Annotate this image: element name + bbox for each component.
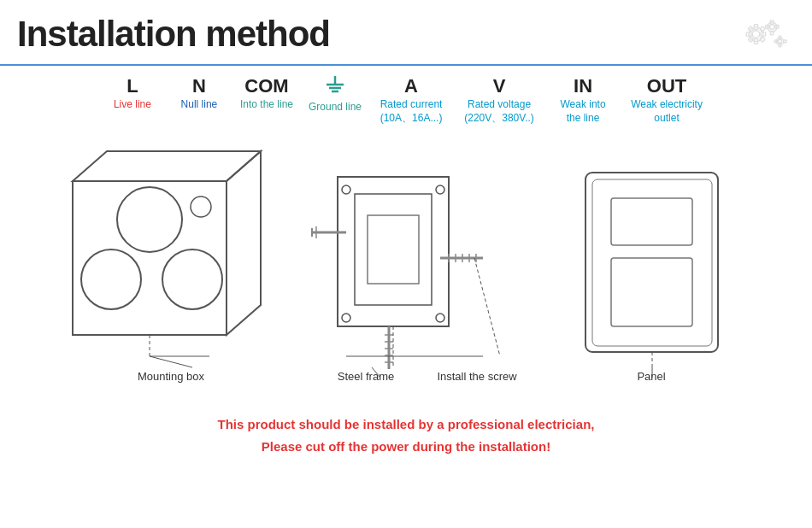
svg-rect-62 bbox=[592, 179, 712, 346]
svg-rect-63 bbox=[611, 198, 692, 245]
svg-point-1 bbox=[752, 31, 759, 38]
label-com: Into the line bbox=[240, 98, 293, 112]
svg-point-32 bbox=[191, 197, 211, 217]
legend-item-v: V Rated voltage(220V、380V..) bbox=[461, 76, 538, 125]
svg-rect-26 bbox=[73, 181, 227, 335]
symbol-v: V bbox=[493, 76, 506, 97]
svg-marker-28 bbox=[227, 151, 261, 335]
svg-rect-21 bbox=[784, 40, 787, 43]
symbol-com: COM bbox=[244, 76, 288, 97]
svg-text:Install the screw: Install the screw bbox=[437, 370, 517, 383]
svg-rect-36 bbox=[355, 194, 432, 305]
legend-section: L Live line N Null line COM Into the lin… bbox=[0, 66, 812, 130]
label-in: Weak intothe line bbox=[560, 98, 605, 125]
legend-item-a: A Rated current(10A、16A...) bbox=[377, 76, 445, 125]
legend-item-ground: Ground line bbox=[309, 76, 362, 114]
legend-item-out: OUT Weak electricityoutlet bbox=[628, 76, 705, 125]
installation-diagram: Mounting box Steel frame Install the scr… bbox=[21, 130, 791, 403]
legend-item-com: COM Into the line bbox=[240, 76, 293, 112]
svg-text:Steel frame: Steel frame bbox=[338, 370, 394, 383]
svg-point-40 bbox=[342, 314, 350, 322]
label-ground: Ground line bbox=[309, 101, 362, 114]
legend-item-l: L Live line bbox=[107, 76, 158, 112]
svg-point-38 bbox=[342, 185, 350, 194]
diagram-section: Mounting box Steel frame Install the scr… bbox=[0, 130, 812, 403]
warning-section: This product should be installed by a pr… bbox=[0, 403, 812, 457]
svg-point-41 bbox=[436, 314, 444, 322]
label-a: Rated current(10A、16A...) bbox=[380, 98, 443, 125]
svg-point-31 bbox=[162, 249, 222, 309]
warning-line-1: This product should be installed by a pr… bbox=[0, 414, 812, 436]
header: Installation method bbox=[0, 0, 812, 66]
svg-line-66 bbox=[150, 356, 192, 367]
warning-line-2: Please cut off the power during the inst… bbox=[0, 436, 812, 458]
svg-rect-37 bbox=[368, 215, 419, 284]
svg-point-29 bbox=[117, 187, 182, 252]
svg-line-60 bbox=[474, 258, 500, 356]
svg-text:Mounting box: Mounting box bbox=[138, 370, 205, 383]
label-l: Live line bbox=[114, 98, 151, 112]
svg-point-30 bbox=[81, 249, 141, 309]
legend-item-n: N Null line bbox=[174, 76, 225, 112]
label-v: Rated voltage(220V、380V..) bbox=[464, 98, 534, 125]
symbol-l: L bbox=[127, 76, 138, 97]
page-title: Installation method bbox=[17, 14, 330, 55]
gear-icon bbox=[735, 9, 795, 60]
symbol-n: N bbox=[192, 76, 206, 97]
svg-rect-9 bbox=[760, 37, 765, 42]
svg-point-11 bbox=[770, 25, 775, 30]
symbol-out: OUT bbox=[647, 76, 686, 97]
label-out: Weak electricityoutlet bbox=[631, 98, 703, 125]
svg-rect-61 bbox=[585, 173, 718, 352]
svg-rect-13 bbox=[770, 32, 774, 35]
symbol-in: IN bbox=[574, 76, 592, 97]
symbol-a: A bbox=[404, 76, 418, 97]
legend-item-in: IN Weak intothe line bbox=[553, 76, 613, 125]
svg-text:Panel: Panel bbox=[637, 370, 665, 383]
label-n: Null line bbox=[181, 98, 218, 112]
svg-point-39 bbox=[436, 185, 444, 194]
svg-rect-7 bbox=[760, 26, 765, 32]
svg-point-17 bbox=[778, 39, 781, 43]
svg-rect-64 bbox=[611, 258, 692, 326]
symbol-ground bbox=[325, 76, 345, 99]
